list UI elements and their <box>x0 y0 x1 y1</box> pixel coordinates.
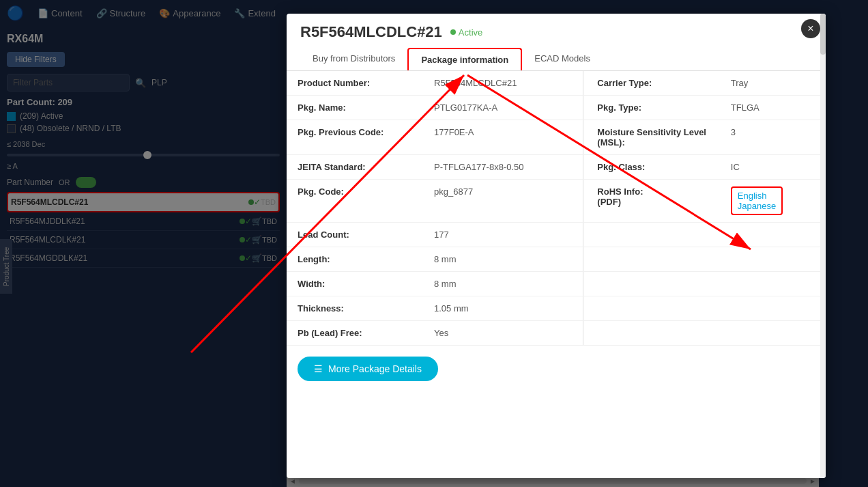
value-msl: 3 <box>720 120 826 155</box>
modal-header: R5F564MLCDLC#21 Active Buy from Distribu… <box>287 14 826 71</box>
more-package-details-button[interactable]: ☰ More Package Details <box>298 357 438 381</box>
modal-scrollbar[interactable] <box>820 14 826 478</box>
empty-right-label-8 <box>583 272 720 296</box>
modal-content: Product Number: R5F564MLCDLC#21 Carrier … <box>287 71 826 467</box>
empty-right-label-7 <box>583 247 720 272</box>
label-pb-free: Pb (Lead) Free: <box>287 321 423 346</box>
label-length: Length: <box>287 247 423 272</box>
label-carrier-type: Carrier Type: <box>583 71 720 96</box>
table-row: Thickness: 1.05 mm <box>287 296 826 321</box>
modal-title: R5F564MLCDLC#21 Active <box>300 23 812 41</box>
table-row: Pkg. Previous Code: 177F0E-A Moisture Se… <box>287 120 826 155</box>
value-pkg-prev-code: 177F0E-A <box>423 120 583 155</box>
value-pkg-code: pkg_6877 <box>423 180 583 223</box>
value-pb-free: Yes <box>423 321 583 346</box>
empty-right-value-8 <box>720 272 826 296</box>
table-row: Pkg. Code: pkg_6877 RoHS Info:(PDF) Engl… <box>287 180 826 223</box>
active-dot <box>450 29 456 35</box>
table-row: JEITA Standard: P-TFLGA177-8x8-0.50 Pkg.… <box>287 155 826 180</box>
label-pkg-name: Pkg. Name: <box>287 96 423 120</box>
modal-scrollbar-thumb[interactable] <box>820 14 826 55</box>
value-thickness: 1.05 mm <box>423 296 583 321</box>
list-icon: ☰ <box>314 363 323 374</box>
rohs-japanese-link[interactable]: Japanese <box>738 201 776 211</box>
value-lead-count: 177 <box>423 223 583 247</box>
active-badge: Active <box>450 27 482 38</box>
empty-right-value-10 <box>720 321 826 346</box>
label-lead-count: Lead Count: <box>287 223 423 247</box>
rohs-highlight-box: English Japanese <box>731 186 783 215</box>
empty-right-value-6 <box>720 223 826 247</box>
table-row: Pkg. Name: PTLG0177KA-A Pkg. Type: TFLGA <box>287 96 826 120</box>
empty-right-value-7 <box>720 247 826 272</box>
value-jeita: P-TFLGA177-8x8-0.50 <box>423 155 583 180</box>
label-pkg-code: Pkg. Code: <box>287 180 423 223</box>
modal-part-number: R5F564MLCDLC#21 <box>300 23 442 41</box>
value-pkg-class: IC <box>720 155 826 180</box>
empty-right-label-9 <box>583 296 720 321</box>
modal-tabs: Buy from Distributors Package informatio… <box>300 48 812 70</box>
label-pkg-prev-code: Pkg. Previous Code: <box>287 120 423 155</box>
value-pkg-type: TFLGA <box>720 96 826 120</box>
label-msl: Moisture Sensitivity Level (MSL): <box>583 120 720 155</box>
label-pkg-type: Pkg. Type: <box>583 96 720 120</box>
info-table: Product Number: R5F564MLCDLC#21 Carrier … <box>287 71 826 346</box>
table-row: Lead Count: 177 <box>287 223 826 247</box>
label-pkg-class: Pkg. Class: <box>583 155 720 180</box>
modal-close-button[interactable]: × <box>801 19 820 38</box>
table-row: Product Number: R5F564MLCDLC#21 Carrier … <box>287 71 826 96</box>
empty-right-label-10 <box>583 321 720 346</box>
value-pkg-name: PTLG0177KA-A <box>423 96 583 120</box>
value-width: 8 mm <box>423 272 583 296</box>
rohs-links: English Japanese <box>738 191 776 211</box>
rohs-english-link[interactable]: English <box>738 191 776 201</box>
table-row: Width: 8 mm <box>287 272 826 296</box>
label-jeita: JEITA Standard: <box>287 155 423 180</box>
empty-right-value-9 <box>720 296 826 321</box>
value-product-number: R5F564MLCDLC#21 <box>423 71 583 96</box>
empty-right-label-6 <box>583 223 720 247</box>
label-thickness: Thickness: <box>287 296 423 321</box>
table-row: Pb (Lead) Free: Yes <box>287 321 826 346</box>
label-rohs: RoHS Info:(PDF) <box>583 180 720 223</box>
label-width: Width: <box>287 272 423 296</box>
value-length: 8 mm <box>423 247 583 272</box>
value-rohs: English Japanese <box>720 180 826 223</box>
table-row: Length: 8 mm <box>287 247 826 272</box>
value-carrier-type: Tray <box>720 71 826 96</box>
tab-buy-distributors[interactable]: Buy from Distributors <box>300 48 407 70</box>
modal: × R5F564MLCDLC#21 Active Buy from Distri… <box>287 14 826 478</box>
tab-package-information[interactable]: Package information <box>407 48 522 70</box>
tab-ecad-models[interactable]: ECAD Models <box>522 48 603 70</box>
label-product-number: Product Number: <box>287 71 423 96</box>
